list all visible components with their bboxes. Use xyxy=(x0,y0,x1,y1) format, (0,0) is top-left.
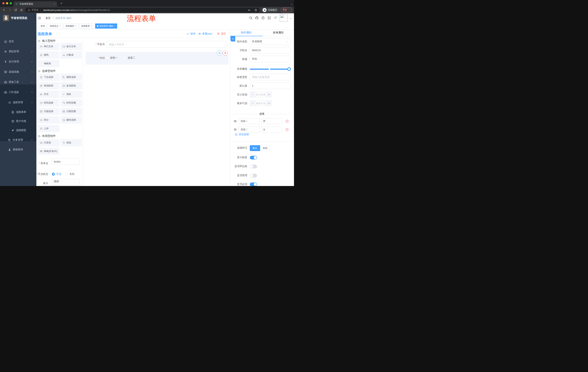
toggle-switch-off[interactable] xyxy=(250,165,257,168)
stepper-plus-button[interactable]: + xyxy=(266,92,272,97)
tag-item[interactable]: 首页 xyxy=(39,23,47,29)
component-item[interactable]: 单选框组 xyxy=(38,82,60,89)
stepper-minus-button[interactable]: − xyxy=(250,101,255,106)
form-remark-textarea[interactable]: 嘿嘿 xyxy=(52,179,80,186)
tag-active[interactable]: 流程表单-编辑 ✕ xyxy=(95,23,117,29)
tag-item[interactable]: 流程模型 ✕ xyxy=(64,23,78,29)
component-type-select[interactable]: 多选框组 xyxy=(250,38,291,45)
selected-component-gender[interactable]: *性别 选项一 选项二 xyxy=(85,52,229,65)
tab-component-props[interactable]: 组件属性 xyxy=(230,30,262,36)
save-button[interactable]: 保存 xyxy=(187,32,196,35)
tab-close-icon[interactable] xyxy=(53,3,55,5)
sidebar-item[interactable]: 系统管理 xyxy=(0,46,36,57)
drag-handle-icon[interactable] xyxy=(234,128,237,131)
form-name-input[interactable] xyxy=(52,159,80,165)
window-close-button[interactable] xyxy=(2,2,5,4)
checkbox-icon[interactable] xyxy=(124,56,126,59)
component-item[interactable]: 时间范围 xyxy=(60,99,82,106)
option-value-input[interactable] xyxy=(261,127,282,132)
forward-arrow-icon[interactable] xyxy=(8,9,11,11)
component-item[interactable]: 行容器 xyxy=(38,139,60,146)
component-item[interactable]: 编辑器 xyxy=(38,60,60,67)
label-width-input[interactable] xyxy=(250,74,291,80)
back-arrow-icon[interactable] xyxy=(2,9,5,11)
option-value-input[interactable] xyxy=(261,118,282,124)
default-value-input[interactable] xyxy=(250,83,291,89)
sidebar-item[interactable]: 首页 xyxy=(0,36,36,47)
add-option-button[interactable]: 添加选项 xyxy=(235,133,249,136)
bookmark-star-icon[interactable] xyxy=(254,9,257,11)
component-item[interactable]: 下拉选择 xyxy=(38,74,60,81)
new-tab-button[interactable] xyxy=(60,2,63,5)
sidebar-subitem[interactable]: 用户分组 xyxy=(0,117,36,126)
toggle-switch-on[interactable] xyxy=(250,156,257,159)
phone-field-input[interactable] xyxy=(106,41,227,48)
stepper-minus-button[interactable]: − xyxy=(250,92,255,97)
component-item[interactable]: 日期选择 xyxy=(38,108,60,115)
toggle-switch-on[interactable] xyxy=(250,182,257,186)
view-json-button[interactable]: 查看json xyxy=(198,32,212,35)
copy-component-button[interactable] xyxy=(217,50,222,55)
sidebar-item[interactable]: ¥ 支付管理 xyxy=(0,57,36,67)
tag-close-icon[interactable]: ✕ xyxy=(114,25,116,27)
window-zoom-button[interactable] xyxy=(10,2,12,4)
sidebar-subitem[interactable]: 任务管理 xyxy=(0,135,36,145)
tag-item[interactable]: 流程表单 ✕ xyxy=(79,23,94,29)
component-item[interactable]: 上传 xyxy=(38,125,60,132)
component-item[interactable]: 日期范围 xyxy=(60,108,82,115)
update-button[interactable]: 更新 xyxy=(281,8,292,12)
tab-form-props[interactable]: 表单属性 xyxy=(262,30,294,36)
style-default-button[interactable]: 默认 xyxy=(250,145,260,151)
component-item[interactable]: 时间选择 xyxy=(38,99,60,106)
search-icon[interactable] xyxy=(249,16,252,20)
window-chevron-icon[interactable] xyxy=(290,3,293,6)
component-item[interactable]: 多选框组 xyxy=(60,82,82,89)
field-name-input[interactable] xyxy=(250,47,291,53)
option-label-input[interactable] xyxy=(239,118,260,124)
tag-close-icon[interactable]: ✕ xyxy=(75,25,77,27)
reload-icon[interactable] xyxy=(14,9,17,11)
remove-option-icon[interactable] xyxy=(285,128,289,131)
tag-item[interactable]: 流程定义 ✕ xyxy=(48,23,63,29)
option-label-input[interactable] xyxy=(239,127,260,132)
toggle-switch-off[interactable] xyxy=(250,174,257,177)
component-item[interactable]: 123 计数器 xyxy=(60,51,82,59)
fullscreen-icon[interactable] xyxy=(267,16,271,20)
breadcrumb-home[interactable]: 首页 xyxy=(45,17,51,20)
tag-close-icon[interactable]: ✕ xyxy=(59,25,61,27)
github-icon[interactable] xyxy=(255,16,259,20)
component-item[interactable]: 按钮 xyxy=(60,139,82,146)
stepper-plus-button[interactable]: + xyxy=(266,101,272,106)
status-radio-0[interactable]: 开启 xyxy=(52,172,61,176)
sidebar-item[interactable]: 工作流程 xyxy=(0,87,36,97)
avatar-caret-down-icon[interactable] xyxy=(290,18,292,20)
sidebar-item[interactable]: 基础设施 xyxy=(0,67,36,77)
component-item[interactable]: 密码 xyxy=(38,51,60,59)
sidebar-subitem[interactable]: 流程模型 xyxy=(0,126,36,135)
key-icon[interactable] xyxy=(248,9,251,11)
help-icon[interactable]: ? xyxy=(261,16,265,20)
delete-component-button[interactable] xyxy=(222,50,228,55)
component-item[interactable]: 开关 xyxy=(38,91,60,98)
component-item[interactable]: 评分 xyxy=(38,116,60,124)
status-radio-1[interactable]: 关闭 xyxy=(65,172,74,176)
browser-tab[interactable]: 芋道管理系统 xyxy=(13,1,57,7)
component-item[interactable]: 颜色选择 xyxy=(60,116,82,124)
tag-close-icon[interactable]: ✕ xyxy=(91,25,92,27)
title-input[interactable] xyxy=(250,56,291,62)
slider-handle[interactable] xyxy=(287,67,291,71)
clear-button[interactable]: 清空 xyxy=(217,32,226,35)
textarea-resize-icon[interactable] xyxy=(77,183,83,186)
kebab-menu-icon[interactable] xyxy=(288,9,290,11)
remove-option-icon[interactable] xyxy=(285,120,289,123)
component-item[interactable]: 滑块 xyxy=(60,91,82,98)
component-item[interactable]: 表格[开发中] xyxy=(38,148,60,155)
component-item[interactable]: 级联选择 xyxy=(60,74,82,81)
address-bar[interactable]: 不安全 | dashboard.yudao.iocoder.cn/bpm/man… xyxy=(25,8,260,12)
style-button-button[interactable]: 按钮 xyxy=(260,145,270,151)
font-size-icon[interactable]: TT xyxy=(274,16,277,20)
logo[interactable]: 芋道管理系统 xyxy=(0,13,36,23)
drag-handle-icon[interactable] xyxy=(234,120,237,123)
window-minimize-button[interactable] xyxy=(6,2,8,4)
sidebar-subitem[interactable]: 请假查询 xyxy=(0,145,36,154)
